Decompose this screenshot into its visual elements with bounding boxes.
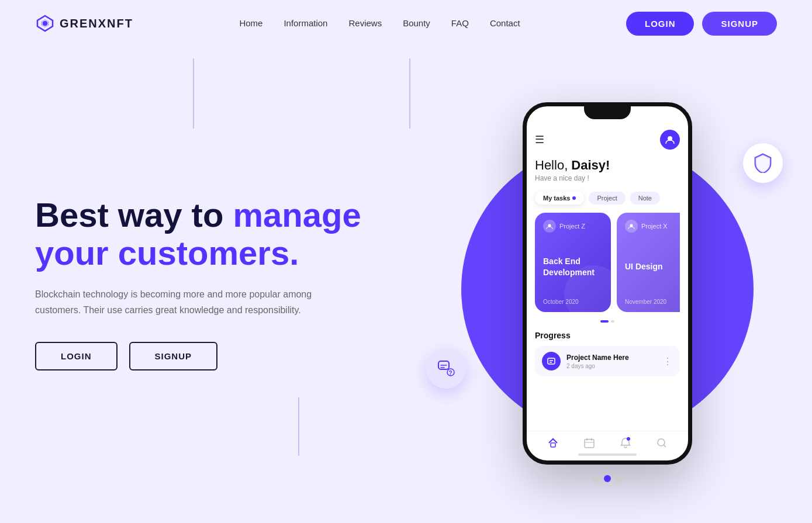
- phone-notch: [584, 106, 631, 119]
- tab-dot: [572, 196, 576, 200]
- card-1-top: Project Z: [543, 220, 603, 233]
- hero-buttons: LOGIN SIGNUP: [35, 342, 361, 370]
- login-button-nav[interactable]: LOGIN: [626, 12, 694, 36]
- project-card-1[interactable]: Project Z Back End Development October 2…: [535, 213, 611, 312]
- nav-links: Home Information Reviews Bounty FAQ Cont…: [239, 18, 520, 29]
- hero-subtitle: Blockchain technology is becoming more a…: [35, 286, 316, 318]
- progress-icon: [542, 352, 561, 370]
- phone-tabs: My tasks Project Note: [535, 192, 680, 205]
- progress-name: Project Name Here: [566, 354, 657, 362]
- float-chat: ?: [426, 349, 466, 389]
- card-1-label: Project Z: [559, 223, 585, 230]
- bottom-nav-notification[interactable]: [620, 437, 631, 449]
- nav-faq[interactable]: FAQ: [451, 18, 469, 28]
- svg-rect-10: [585, 439, 594, 448]
- phone-mockup: ☰ Hello, Daisy! Have a nice day !: [523, 102, 692, 465]
- hero-title: Best way to manage your customers.: [35, 196, 361, 272]
- phone-inner: ☰ Hello, Daisy! Have a nice day !: [527, 106, 688, 431]
- pagination-dot-2[interactable]: [604, 475, 611, 482]
- card-2-date: November 2020: [625, 299, 680, 305]
- chat-icon: ?: [437, 359, 455, 378]
- greeting-subtitle: Have a nice day !: [535, 174, 680, 182]
- progress-more-icon[interactable]: ⋮: [663, 356, 673, 367]
- svg-rect-6: [548, 358, 555, 364]
- deco-line-1: [193, 58, 194, 129]
- hero-section: Best way to manage your customers. Block…: [0, 47, 812, 514]
- logo[interactable]: GRENXNFT: [35, 13, 133, 33]
- bottom-nav-home[interactable]: [547, 437, 559, 449]
- notification-dot: [627, 437, 630, 441]
- pagination-dots: [592, 475, 623, 482]
- progress-time: 2 days ago: [566, 363, 657, 369]
- svg-point-14: [658, 439, 665, 446]
- phone-topbar: ☰: [535, 130, 680, 150]
- deco-line-2: [409, 58, 410, 129]
- phone-menu-icon[interactable]: ☰: [535, 134, 544, 145]
- card-2-title: UI Design: [625, 261, 680, 272]
- nav-buttons: LOGIN SIGNUP: [626, 12, 777, 36]
- hero-title-part2: your customers.: [35, 234, 299, 272]
- deco-line-3: [298, 397, 299, 456]
- phone-cards: Project Z Back End Development October 2…: [535, 213, 680, 312]
- phone-greeting: Hello, Daisy! Have a nice day !: [535, 158, 680, 182]
- project-card-2[interactable]: Project X UI Design November 2020: [617, 213, 680, 312]
- logo-icon: [35, 13, 55, 33]
- svg-rect-9: [551, 443, 555, 447]
- svg-point-2: [43, 21, 47, 26]
- signup-button-hero[interactable]: SIGNUP: [129, 342, 218, 370]
- progress-info: Project Name Here 2 days ago: [566, 354, 657, 369]
- card-2-avatar: [625, 220, 638, 233]
- login-button-hero[interactable]: LOGIN: [35, 342, 118, 370]
- svg-text:?: ?: [449, 370, 452, 376]
- bottom-nav-calendar[interactable]: [583, 437, 595, 449]
- bottom-nav-search[interactable]: [656, 437, 668, 449]
- brand-name: GRENXNFT: [60, 17, 133, 30]
- hero-right: ☰ Hello, Daisy! Have a nice day !: [438, 79, 777, 488]
- pagination-dot-3[interactable]: [616, 475, 623, 482]
- card-2-label: Project X: [641, 223, 668, 230]
- progress-title: Progress: [535, 331, 680, 340]
- hero-left: Best way to manage your customers. Block…: [35, 196, 361, 370]
- pagination-dot-1[interactable]: [592, 475, 599, 482]
- card-dots: [535, 320, 680, 323]
- navbar: GRENXNFT Home Information Reviews Bounty…: [0, 0, 812, 47]
- phone-home-indicator: [578, 453, 637, 456]
- tab-project[interactable]: Project: [589, 192, 625, 205]
- signup-button-nav[interactable]: SIGNUP: [702, 12, 777, 36]
- card-2-top: Project X: [625, 220, 680, 233]
- phone-user-avatar[interactable]: [660, 130, 680, 150]
- tab-my-tasks[interactable]: My tasks: [535, 192, 584, 205]
- nav-information[interactable]: Information: [284, 18, 327, 28]
- progress-section: Progress Project Name Here 2 days ago: [535, 331, 680, 425]
- progress-item[interactable]: Project Name Here 2 days ago ⋮: [535, 346, 680, 376]
- nav-reviews[interactable]: Reviews: [348, 18, 382, 28]
- nav-home[interactable]: Home: [239, 18, 262, 28]
- phone-bottom-nav: [527, 431, 688, 453]
- nav-bounty[interactable]: Bounty: [403, 18, 430, 28]
- svg-line-15: [664, 445, 666, 448]
- greeting-hello: Hello, Daisy!: [535, 158, 680, 173]
- float-shield: [743, 143, 783, 183]
- nav-contact[interactable]: Contact: [490, 18, 520, 28]
- hero-title-part1: Best way to: [35, 196, 233, 234]
- greeting-name: Daisy!: [571, 158, 610, 172]
- tab-note[interactable]: Note: [630, 192, 660, 205]
- user-icon: [665, 134, 675, 145]
- card-1-avatar: [543, 220, 556, 233]
- shield-icon: [754, 153, 772, 173]
- hero-title-accent: manage: [233, 196, 361, 234]
